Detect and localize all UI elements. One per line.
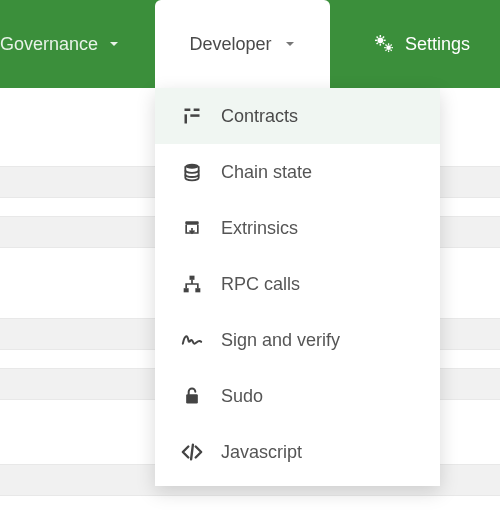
menu-item-label: Sudo <box>221 386 263 407</box>
menu-item-sudo[interactable]: Sudo <box>155 368 440 424</box>
menu-item-rpc-calls[interactable]: RPC calls <box>155 256 440 312</box>
nav-governance-label: Governance <box>0 34 98 55</box>
nav-governance[interactable]: Governance <box>0 0 146 88</box>
menu-item-label: Contracts <box>221 106 298 127</box>
svg-line-7 <box>377 43 378 44</box>
svg-rect-25 <box>184 288 189 292</box>
menu-item-javascript[interactable]: Javascript <box>155 424 440 480</box>
nav-settings-label: Settings <box>405 34 470 55</box>
svg-rect-23 <box>185 221 198 224</box>
svg-rect-20 <box>185 114 188 123</box>
svg-line-17 <box>390 45 391 46</box>
unlock-icon <box>181 385 203 407</box>
svg-line-28 <box>191 445 193 460</box>
menu-item-label: RPC calls <box>221 274 300 295</box>
svg-point-22 <box>185 164 198 169</box>
menu-item-contracts[interactable]: Contracts <box>155 88 440 144</box>
developer-dropdown: Contracts Chain state Extrinsics <box>155 88 440 486</box>
menu-item-label: Javascript <box>221 442 302 463</box>
signature-icon <box>181 329 203 351</box>
database-icon <box>181 161 203 183</box>
top-navigation: Governance Developer <box>0 0 500 88</box>
code-icon <box>181 441 203 463</box>
svg-line-6 <box>383 43 384 44</box>
svg-rect-18 <box>185 109 191 112</box>
svg-line-8 <box>383 37 384 38</box>
svg-rect-24 <box>190 276 195 280</box>
network-icon <box>181 273 203 295</box>
svg-rect-21 <box>190 114 199 117</box>
chevron-down-icon <box>108 38 120 50</box>
menu-item-label: Sign and verify <box>221 330 340 351</box>
nav-settings[interactable]: Settings <box>353 0 500 88</box>
svg-line-14 <box>385 45 386 46</box>
svg-rect-19 <box>194 109 200 112</box>
svg-rect-26 <box>195 288 200 292</box>
svg-point-9 <box>386 45 391 50</box>
svg-line-16 <box>385 50 386 51</box>
menu-item-chain-state[interactable]: Chain state <box>155 144 440 200</box>
nav-developer-label: Developer <box>189 34 271 55</box>
svg-line-15 <box>390 50 391 51</box>
svg-rect-27 <box>186 394 198 403</box>
menu-item-sign-verify[interactable]: Sign and verify <box>155 312 440 368</box>
outbox-icon <box>181 217 203 239</box>
gears-icon <box>373 33 395 55</box>
svg-line-5 <box>377 37 378 38</box>
nav-developer[interactable]: Developer <box>155 0 330 88</box>
menu-item-label: Extrinsics <box>221 218 298 239</box>
svg-point-0 <box>377 37 383 43</box>
chevron-down-icon <box>284 38 296 50</box>
menu-item-extrinsics[interactable]: Extrinsics <box>155 200 440 256</box>
contracts-icon <box>181 105 203 127</box>
menu-item-label: Chain state <box>221 162 312 183</box>
